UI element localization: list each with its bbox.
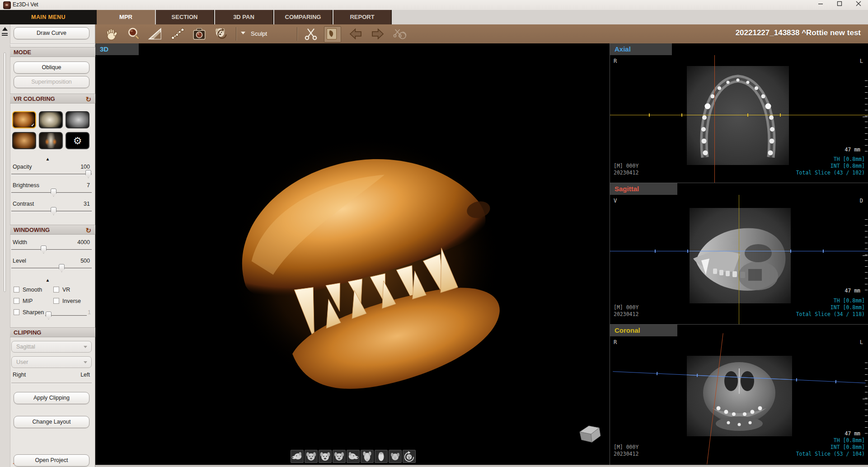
main-menu-tab[interactable]: MAIN MENU [0, 10, 97, 24]
mip-checkbox[interactable] [14, 298, 19, 304]
tab-comparing[interactable]: COMPARING [274, 10, 333, 24]
smooth-label: Smooth [23, 287, 42, 293]
axial-crosshair-coronal-line[interactable] [610, 115, 868, 115]
tab-section[interactable]: SECTION [156, 10, 214, 24]
sculpt-scissors-icon[interactable] [303, 26, 319, 42]
windowing-triangle-icon[interactable] [147, 26, 164, 42]
width-slider[interactable] [11, 249, 92, 250]
collapse-up-icon[interactable] [2, 27, 8, 31]
clipping-mode-dropdown[interactable]: User [11, 356, 92, 368]
sidebar-collapse-strip[interactable] [0, 24, 10, 467]
draw-curve-button[interactable]: Draw Curve [14, 27, 89, 39]
refresh-icon[interactable]: ↻ [85, 226, 91, 236]
collapse-arrow[interactable]: ▲ [0, 156, 95, 161]
opacity-slider-thumb[interactable] [85, 170, 91, 178]
crosshair-handle[interactable] [657, 372, 657, 375]
windowing-section-header: WINDOWING↻ [10, 225, 95, 235]
dog-bottom-button[interactable] [375, 450, 388, 463]
slice-thickness: TH [0.8mm] [796, 156, 865, 163]
zoom-icon[interactable] [126, 26, 142, 42]
brightness-slider-thumb[interactable] [51, 189, 56, 197]
crosshair-handle[interactable] [790, 250, 791, 253]
sharpen-slider-thumb[interactable] [46, 311, 52, 320]
dog-front-right-button[interactable] [333, 450, 346, 463]
sagittal-crosshair-coronal-line[interactable] [739, 195, 739, 324]
level-slider-thumb[interactable] [59, 264, 65, 272]
crosshair-handle[interactable] [835, 380, 836, 383]
rotate-3d-dog-icon[interactable] [214, 26, 230, 42]
vr-preset-custom-settings[interactable]: ⚙ [66, 132, 89, 149]
app-icon [3, 1, 11, 9]
axial-view[interactable]: Axial R L 47 mm [M] 000Y 20230412 TH [0.… [610, 43, 868, 183]
inverse-checkbox[interactable] [53, 298, 59, 304]
open-project-button[interactable]: Open Project [14, 454, 89, 467]
dog-left-button[interactable] [291, 450, 304, 463]
contrast-slider-thumb[interactable] [51, 207, 56, 215]
level-slider[interactable] [11, 268, 92, 269]
crosshair-handle[interactable] [681, 113, 682, 117]
sharpen-slider[interactable] [45, 315, 87, 316]
coronal-view[interactable]: Coronal R L 47 mm [M] 000Y 20230412 TH [… [610, 324, 868, 467]
crosshair-handle[interactable] [747, 113, 748, 117]
vr-preset-body-organs[interactable] [12, 132, 36, 149]
superimposition-button[interactable]: Superimposition [14, 76, 89, 88]
sagittal-view[interactable]: Sagittal V D 47 mm [M] 000Y 20230412 TH … [610, 183, 868, 324]
maximize-button[interactable] [830, 0, 849, 10]
vr-checkbox[interactable] [53, 287, 59, 292]
contrast-slider[interactable] [11, 211, 92, 212]
smooth-checkbox[interactable] [14, 287, 19, 292]
tab-report[interactable]: REPORT [333, 10, 392, 24]
dog-front-button[interactable] [319, 450, 332, 463]
dog-top-button[interactable] [361, 450, 374, 463]
sharpen-checkbox[interactable] [14, 309, 19, 315]
tab-mpr[interactable]: MPR [97, 10, 155, 24]
slice-thickness: TH [0.8mm] [796, 437, 865, 444]
crosshair-handle[interactable] [796, 378, 797, 382]
crosshair-handle[interactable] [649, 113, 650, 117]
axial-ruler-major-tick [863, 117, 868, 117]
sculpt-region-icon[interactable] [324, 26, 341, 42]
sculpt-reset-icon[interactable] [393, 26, 409, 42]
sagittal-crosshair-axial-line[interactable] [610, 251, 868, 251]
dog-right-button[interactable] [347, 450, 360, 463]
undo-arrow-icon[interactable] [348, 26, 364, 42]
crosshair-handle[interactable] [655, 250, 656, 253]
dog-rotate-button[interactable] [403, 450, 416, 463]
axial-crosshair-sagittal-line[interactable] [714, 55, 715, 183]
minimize-button[interactable] [811, 0, 830, 10]
sculpt-dropdown-icon[interactable] [241, 32, 245, 34]
sidebar-scroll-track[interactable] [4, 52, 6, 292]
tab-3d-pan[interactable]: 3D PAN [215, 10, 273, 24]
oblique-button[interactable]: Oblique [14, 61, 89, 74]
close-button[interactable] [849, 0, 868, 10]
vr-preset-dog-skull-amber[interactable]: ✓ [12, 111, 36, 128]
refresh-icon[interactable]: ↻ [85, 94, 91, 104]
pan-hand-icon[interactable] [104, 26, 121, 42]
vr-preset-skull-gray[interactable] [66, 111, 89, 128]
vr-coloring-section-header: VR COLORING↻ [10, 94, 95, 104]
change-layout-button[interactable]: Change Layout [14, 416, 89, 428]
crosshair-handle[interactable] [697, 374, 698, 377]
vr-preset-spine-kidneys[interactable] [39, 132, 63, 149]
opacity-slider[interactable] [11, 174, 92, 175]
clipping-range-slider[interactable] [11, 382, 92, 384]
apply-clipping-button[interactable]: Apply Clipping [14, 392, 89, 404]
width-slider-thumb[interactable] [41, 245, 47, 254]
sagittal-scale: 47 mm [845, 288, 860, 294]
dog-front-left-button[interactable] [305, 450, 318, 463]
coronal-ct-image [687, 356, 792, 436]
viewport-3d[interactable]: 3D [95, 43, 610, 467]
crosshair-handle[interactable] [823, 250, 824, 253]
vr-preset-dog-skull-bone[interactable] [39, 111, 63, 128]
brightness-slider[interactable] [11, 192, 92, 193]
snapshot-camera-icon[interactable] [192, 26, 208, 42]
collapse-arrow[interactable]: ▲ [0, 278, 95, 283]
measure-curve-icon[interactable] [170, 26, 187, 42]
crosshair-handle[interactable] [780, 113, 781, 117]
crosshair-handle[interactable] [687, 250, 688, 253]
dog-back-button[interactable] [389, 450, 402, 463]
orientation-cube[interactable] [576, 422, 603, 446]
sculpt-dropdown-label[interactable]: Sculpt [251, 30, 267, 37]
clipping-plane-dropdown[interactable]: Sagittal [11, 341, 92, 353]
redo-arrow-icon[interactable] [370, 26, 386, 42]
